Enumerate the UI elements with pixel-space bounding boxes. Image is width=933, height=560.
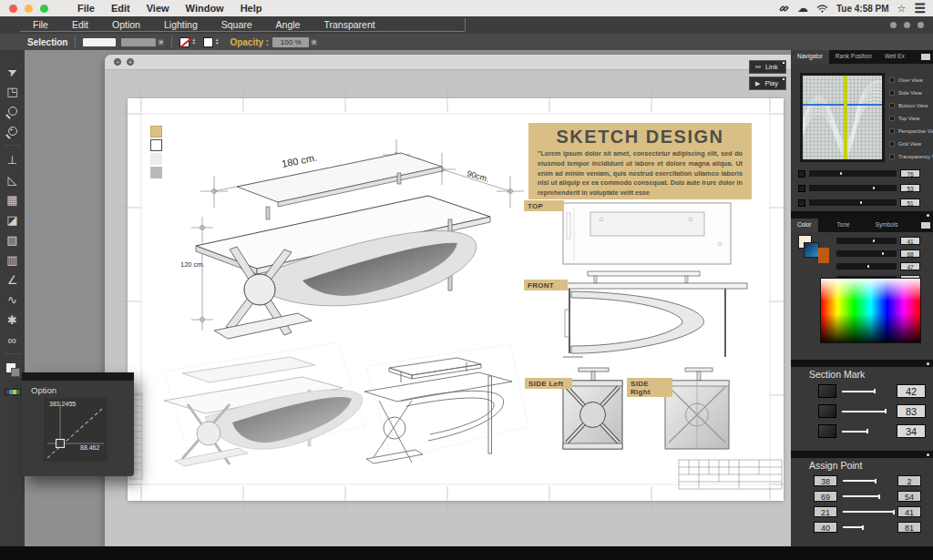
navigator-preview[interactable] — [800, 73, 885, 162]
front-view-drawing[interactable] — [560, 271, 747, 357]
tab-symbols[interactable]: Symbols — [869, 219, 905, 232]
angle-tool[interactable]: ∠ — [0, 270, 25, 290]
checkbox[interactable] — [889, 77, 895, 83]
columns-tool[interactable]: ▥ — [0, 249, 25, 270]
variant-field[interactable] — [121, 38, 156, 46]
panel-menu-button[interactable] — [921, 54, 930, 60]
panel-menu-button[interactable] — [921, 222, 930, 229]
style-field[interactable] — [83, 38, 116, 46]
assign-right-value[interactable]: 54 — [897, 491, 921, 502]
document-header[interactable]: − + — [105, 55, 791, 70]
appmenu-transparent[interactable]: Transparent — [323, 19, 374, 30]
view-option-perspective[interactable]: Perspective View — [889, 128, 933, 134]
shapes-tool[interactable]: ◳ — [0, 81, 25, 101]
slider-chip[interactable] — [798, 170, 805, 178]
minimize-window-button[interactable] — [25, 5, 33, 13]
option-measure-box[interactable] — [44, 398, 108, 462]
assign-right-value[interactable]: 81 — [897, 522, 921, 533]
wave-tool[interactable]: ∿ — [0, 290, 25, 310]
mark-chip[interactable] — [818, 384, 836, 398]
stroke-stepper[interactable]: ▲▼ — [191, 38, 195, 46]
assign-left-value[interactable]: 40 — [814, 522, 837, 533]
slider-value[interactable]: 53 — [900, 184, 920, 192]
option-popup[interactable]: Option 381.2455 88.462 — [22, 372, 134, 476]
menu-help[interactable]: Help — [241, 3, 262, 14]
view-option-side[interactable]: Side View — [889, 90, 922, 96]
color-strip[interactable] — [0, 382, 25, 402]
doc-zoom-out-button[interactable]: − — [114, 58, 121, 66]
hamburger-menu-icon[interactable]: ☰ — [914, 1, 926, 15]
mark-value[interactable]: 34 — [897, 424, 926, 438]
color-spectrum-picker[interactable] — [820, 278, 921, 343]
tab-color[interactable]: Color — [791, 219, 818, 232]
assign-right-value[interactable]: 41 — [897, 506, 921, 517]
tab-rank-position[interactable]: Rank Position — [829, 50, 878, 64]
checkbox[interactable] — [889, 154, 895, 159]
option-popup-header[interactable] — [22, 372, 134, 381]
slider-track[interactable] — [836, 263, 897, 270]
checkbox[interactable] — [889, 103, 895, 108]
appmenu-angle[interactable]: Angle — [276, 19, 301, 30]
zoom-tool[interactable] — [0, 101, 25, 121]
checkbox[interactable] — [889, 90, 895, 96]
slider-value[interactable]: 51 — [900, 199, 920, 207]
perspective-drawing[interactable]: 180 cm. 45cm. 90cm. 120 cm. — [180, 139, 524, 339]
zoom-window-button[interactable] — [40, 5, 48, 13]
fill-stroke-swatches[interactable] — [0, 358, 25, 382]
slider-value[interactable]: 41 — [900, 237, 920, 245]
checkbox[interactable] — [889, 128, 895, 134]
slider-line[interactable] — [843, 495, 879, 497]
close-window-button[interactable] — [9, 5, 17, 13]
slider-line[interactable] — [843, 480, 876, 482]
brush-tool[interactable]: ✱ — [0, 310, 25, 330]
clock[interactable]: Tue 4:58 PM — [836, 4, 889, 14]
checkbox[interactable] — [889, 141, 895, 147]
side-right-drawing[interactable] — [665, 368, 729, 449]
assign-left-value[interactable]: 38 — [814, 475, 837, 486]
slider-chip[interactable] — [798, 185, 805, 192]
slider-chip[interactable] — [798, 199, 805, 207]
zoom-area-tool[interactable] — [0, 121, 25, 141]
appmenu-edit[interactable]: Edit — [72, 19, 88, 30]
link-button[interactable]: ⚯ Link — [749, 60, 786, 74]
appmenu-lighting[interactable]: Lighting — [164, 19, 198, 30]
slider-track[interactable] — [836, 238, 897, 244]
mark-value[interactable]: 42 — [897, 384, 926, 398]
slider-track[interactable] — [809, 199, 897, 206]
tab-well-ex[interactable]: Well Ex — [878, 50, 911, 64]
selection-tool[interactable]: ➤ — [0, 61, 25, 81]
assign-right-value[interactable]: 2 — [897, 475, 921, 486]
opacity-dropdown-icon[interactable]: ▾ — [311, 39, 317, 46]
slider-line[interactable] — [843, 526, 863, 528]
canvas[interactable]: 180 cm. 45cm. 90cm. 120 cm. — [105, 70, 791, 535]
mark-chip[interactable] — [818, 424, 836, 438]
menu-file[interactable]: File — [77, 3, 95, 14]
marquee-tool[interactable]: ▦ — [0, 189, 25, 209]
view-option-over[interactable]: Over View — [889, 77, 923, 83]
slider-value[interactable]: 47 — [900, 262, 920, 270]
star-icon[interactable]: ☆ — [897, 3, 907, 15]
appmenu-square[interactable]: Square — [221, 19, 252, 30]
menu-edit[interactable]: Edit — [111, 3, 130, 14]
slider-value[interactable]: 76 — [900, 169, 920, 178]
wireframe-sketch-drawing[interactable] — [364, 344, 528, 463]
top-view-drawing[interactable] — [563, 203, 731, 264]
fill-swatch[interactable] — [203, 37, 213, 47]
slider-track[interactable] — [809, 185, 897, 191]
pattern-tool[interactable]: ▨ — [0, 229, 25, 249]
chain-tool[interactable]: ∞ — [0, 330, 25, 350]
menu-view[interactable]: View — [147, 3, 169, 14]
slider-track[interactable] — [809, 170, 897, 177]
cloud-icon[interactable]: ☁ — [797, 4, 808, 13]
view-option-top[interactable]: Top View — [889, 116, 919, 121]
accent-color-swatch[interactable] — [818, 248, 829, 263]
wifi-icon[interactable] — [816, 5, 828, 13]
view-option-bottom[interactable]: Bottom View — [889, 103, 928, 108]
slider-line[interactable] — [843, 511, 894, 513]
mark-chip[interactable] — [818, 404, 836, 418]
menu-window[interactable]: Window — [186, 3, 224, 14]
sketch-design-text-block[interactable]: SKETCH DESIGN "Lorem ipsum dolor sit ame… — [528, 123, 752, 199]
ruler-tool[interactable]: ◺ — [0, 169, 25, 189]
checkbox[interactable] — [889, 116, 895, 121]
tab-tone[interactable]: Tone — [831, 219, 856, 232]
